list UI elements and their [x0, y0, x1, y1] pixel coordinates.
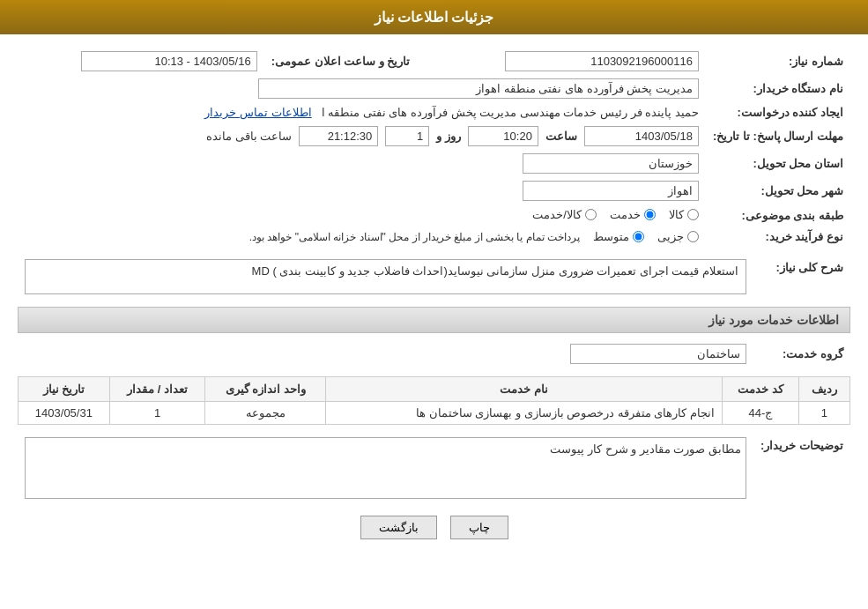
sharh-kolli-box[interactable]: استعلام قیمت اجرای تعمیرات ضروری منزل سا…	[25, 259, 746, 294]
shomara-niaz-label: شماره نیاز:	[706, 48, 850, 75]
saat-label: ساعت	[545, 130, 577, 143]
print-button[interactable]: چاپ	[450, 516, 508, 539]
services-table-body: 1 ج-44 انجام کارهای متفرقه درخصوص بازساز…	[19, 402, 850, 425]
sharh-kolli-table: شرح کلی نیاز: استعلام قیمت اجرای تعمیرات…	[18, 256, 850, 298]
col-vahed: واحد اندازه گیری	[205, 377, 326, 402]
button-row: چاپ بازگشت	[18, 516, 850, 557]
services-table: ردیف کد خدمت نام خدمت واحد اندازه گیری ت…	[18, 376, 850, 425]
grohe-table: گروه خدمت: ساختمان	[18, 340, 850, 368]
sharh-kolli-value: استعلام قیمت اجرای تعمیرات ضروری منزل سا…	[18, 256, 753, 298]
toseeh-value: مطابق صورت مقادیر و شرح کار پیوست	[18, 434, 753, 502]
shomara-niaz-value: 1103092196000116	[436, 48, 705, 75]
grohe-khadamat-box: ساختمان	[570, 344, 746, 364]
remain-label: ساعت باقی مانده	[206, 130, 292, 143]
mohlat-label: مهلت ارسال پاسخ: تا تاریخ:	[706, 123, 850, 150]
cell-radif: 1	[798, 402, 849, 425]
back-button[interactable]: بازگشت	[360, 516, 437, 539]
row-ferakhandan: نوع فرآیند خرید: جزیی متوسط	[18, 227, 850, 247]
tabaqe-options: کالا خدمت کالا/خدمت	[18, 204, 706, 227]
tabaqe-khadamat-label: خدمت	[610, 208, 641, 221]
row-ejad-konande: ایجاد کننده درخواست: حمید پاینده فر رئیس…	[18, 102, 850, 123]
page-wrapper: جزئیات اطلاعات نیاز شماره نیاز: 11030921…	[0, 0, 868, 609]
ostan-label: استان محل تحویل:	[706, 150, 850, 177]
tabaqe-kala-khadamat-label: کالا/خدمت	[532, 208, 582, 221]
ferakhandan-container: جزیی متوسط پرداخت تمام یا بخشی از مبلغ خ…	[25, 230, 699, 243]
mohlat-value: 1403/05/18 ساعت 10:20 روز و 1 21:12:30 س…	[18, 123, 706, 150]
shahr-label: شهر محل تحویل:	[706, 177, 850, 204]
ferakhandan-motavasset-label: متوسط	[593, 230, 629, 243]
page-title: جزئیات اطلاعات نیاز	[375, 10, 494, 25]
ejad-konande-label: ایجاد کننده درخواست:	[706, 102, 850, 123]
row-nam-dastgah: نام دستگاه خریدار: مدیریت پخش فرآورده ها…	[18, 75, 850, 102]
page-header: جزئیات اطلاعات نیاز	[0, 0, 868, 34]
tabaqe-kala-khadamat-item[interactable]: کالا/خدمت	[532, 208, 597, 221]
col-radif: ردیف	[798, 377, 849, 402]
ferakhandan-note: پرداخت تمام یا بخشی از مبلغ خریدار از مح…	[249, 231, 580, 243]
rooz-label: روز و	[436, 130, 461, 143]
main-info-table: شماره نیاز: 1103092196000116 تاریخ و ساع…	[18, 48, 850, 247]
shahr-box: اهواز	[523, 181, 699, 201]
ferakhandan-label: نوع فرآیند خرید:	[706, 227, 850, 247]
cell-kod: ج-44	[723, 402, 799, 425]
services-table-header-row: ردیف کد خدمت نام خدمت واحد اندازه گیری ت…	[19, 377, 850, 402]
row-shomara-tarikh: شماره نیاز: 1103092196000116 تاریخ و ساع…	[18, 48, 850, 75]
row-grohe: گروه خدمت: ساختمان	[18, 340, 850, 368]
sharh-kolli-label: شرح کلی نیاز:	[753, 256, 850, 298]
nam-dastgah-value: مدیریت پخش فرآورده های نفتی منطقه اهواز	[18, 75, 706, 102]
ferakhandan-value: جزیی متوسط پرداخت تمام یا بخشی از مبلغ خ…	[18, 227, 706, 247]
tabaqe-label: طبقه بندی موضوعی:	[706, 204, 850, 227]
ferakhandan-jozi-label: جزیی	[657, 230, 684, 243]
row-shahr: شهر محل تحویل: اهواز	[18, 177, 850, 204]
tabaqe-kala-khadamat-radio[interactable]	[585, 209, 597, 220]
tarikh-value: 1403/05/16 - 10:13	[18, 48, 264, 75]
ostan-box: خوزستان	[523, 153, 699, 174]
tabaqe-radio-group: کالا خدمت کالا/خدمت	[532, 208, 699, 221]
tabaqe-khadamat-radio[interactable]	[644, 209, 656, 220]
mohlat-rooz-box: 1	[385, 126, 429, 146]
ferakhandan-motavasset-radio[interactable]	[633, 231, 644, 242]
mohlat-date-box: 1403/05/18	[584, 126, 699, 146]
services-section-header: اطلاعات خدمات مورد نیاز	[18, 307, 850, 333]
cell-tarikh: 1403/05/31	[19, 402, 110, 425]
row-toseeh: توضیحات خریدار: مطابق صورت مقادیر و شرح …	[18, 434, 850, 502]
col-nam-khadamat: نام خدمت	[326, 377, 723, 402]
ejad-konande-value: حمید پاینده فر رئیس خدمات مهندسی مدیریت …	[18, 102, 706, 123]
ferakhandan-motavasset-item[interactable]: متوسط	[593, 230, 644, 243]
tabaqe-kala-radio[interactable]	[687, 209, 699, 220]
shahr-value: اهواز	[18, 177, 706, 204]
ejad-konande-text: حمید پاینده فر رئیس خدمات مهندسی مدیریت …	[322, 106, 699, 119]
cell-nam: انجام کارهای متفرقه درخصوص بازسازی و بهس…	[326, 402, 723, 425]
row-ostan: استان محل تحویل: خوزستان	[18, 150, 850, 177]
cell-tedad: 1	[109, 402, 205, 425]
grohe-khadamat-label: گروه خدمت:	[753, 340, 850, 368]
col-kod-khadamat: کد خدمت	[723, 377, 799, 402]
col-tarikh: تاریخ نیاز	[19, 377, 110, 402]
ferakhandan-radio-group: جزیی متوسط	[593, 230, 699, 243]
ferakhandan-jozi-radio[interactable]	[687, 231, 699, 242]
content-area: شماره نیاز: 1103092196000116 تاریخ و ساع…	[0, 34, 868, 570]
ejad-konande-link[interactable]: اطلاعات تماس خریدار	[204, 106, 311, 119]
tarikh-box: 1403/05/16 - 10:13	[81, 51, 257, 71]
toseeh-text: مطابق صورت مقادیر و شرح کار پیوست	[550, 442, 741, 456]
col-tedad: تعداد / مقدار	[109, 377, 205, 402]
ostan-value: خوزستان	[18, 150, 706, 177]
toseeh-box[interactable]: مطابق صورت مقادیر و شرح کار پیوست	[25, 437, 746, 499]
row-tabaqe: طبقه بندی موضوعی: کالا خدمت	[18, 204, 850, 227]
tabaqe-kala-item[interactable]: کالا	[669, 208, 699, 221]
cell-vahed: مجموعه	[205, 402, 326, 425]
toseeh-label: توضیحات خریدار:	[753, 434, 850, 502]
shomara-niaz-box: 1103092196000116	[505, 51, 699, 71]
grohe-khadamat-value: ساختمان	[18, 340, 753, 368]
mohlat-saat-box: 10:20	[468, 126, 538, 146]
tabaqe-khadamat-item[interactable]: خدمت	[610, 208, 656, 221]
ferakhandan-jozi-item[interactable]: جزیی	[657, 230, 699, 243]
tarikh-label: تاریخ و ساعت اعلان عمومی:	[264, 48, 437, 75]
mohlat-date-row: 1403/05/18 ساعت 10:20 روز و 1 21:12:30 س…	[25, 126, 699, 146]
table-row: 1 ج-44 انجام کارهای متفرقه درخصوص بازساز…	[19, 402, 850, 425]
services-table-head: ردیف کد خدمت نام خدمت واحد اندازه گیری ت…	[19, 377, 850, 402]
nam-dastgah-label: نام دستگاه خریدار:	[706, 75, 850, 102]
mohlat-remain-box: 21:12:30	[299, 126, 378, 146]
tabaqe-kala-label: کالا	[669, 208, 684, 221]
nam-dastgah-box: مدیریت پخش فرآورده های نفتی منطقه اهواز	[258, 78, 699, 99]
row-mohlat: مهلت ارسال پاسخ: تا تاریخ: 1403/05/18 سا…	[18, 123, 850, 150]
